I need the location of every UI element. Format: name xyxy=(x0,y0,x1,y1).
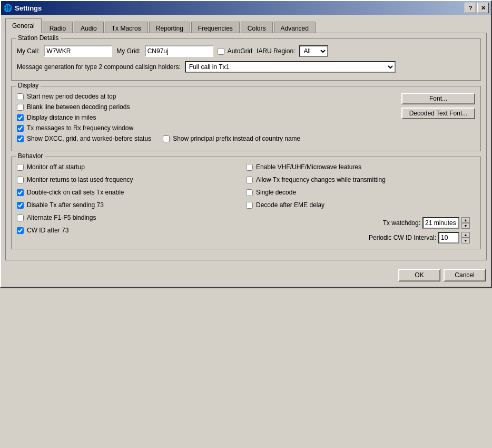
app-icon: 🌐 xyxy=(3,4,12,12)
distance-miles-checkbox[interactable] xyxy=(17,114,24,121)
periodic-cw-input[interactable] xyxy=(438,232,459,244)
single-decode-label: Single decode xyxy=(256,189,296,196)
periodic-cw-down[interactable]: ▼ xyxy=(461,238,470,244)
display-left: Start new period decodes at top Blank li… xyxy=(17,89,386,145)
behavior-grid: Monitor off at startup Monitor returns t… xyxy=(17,163,475,244)
tx-watchdog-container: Tx watchdog: ▲ ▼ xyxy=(383,217,470,229)
distance-miles-label: Display distance in miles xyxy=(27,114,96,121)
autogrid-label: AutoGrid xyxy=(228,47,252,55)
display-section: Start new period decodes at top Blank li… xyxy=(17,89,475,145)
periodic-cw-label: Periodic CW ID Interval: xyxy=(369,234,436,241)
check-new-period: Start new period decodes at top xyxy=(17,93,386,100)
double-click-label: Double-click on call sets Tx enable xyxy=(27,189,124,196)
help-button[interactable]: ? xyxy=(465,3,476,13)
check-monitor-returns: Monitor returns to last used frequency xyxy=(17,176,246,183)
my-call-label: My Call: xyxy=(17,47,40,55)
allow-tx-freq-label: Allow Tx frequency changes while transmi… xyxy=(256,176,386,183)
settings-window: 🌐 Settings ? ✕ General Radio Audio Tx Ma… xyxy=(0,0,492,288)
message-select[interactable]: Full call in Tx1 Full call in Tx2 Full c… xyxy=(185,61,396,73)
check-decode-eme: Decode after EME delay xyxy=(246,201,475,209)
monitor-off-checkbox[interactable] xyxy=(17,164,24,171)
blank-line-label: Blank line between decoding periods xyxy=(27,103,130,111)
behavior-legend: Behavior xyxy=(16,152,45,160)
new-period-checkbox[interactable] xyxy=(17,93,24,100)
disable-tx-label: Disable Tx after sending 73 xyxy=(27,201,104,209)
cw-id-checkbox[interactable] xyxy=(17,227,24,234)
enable-vhf-checkbox[interactable] xyxy=(246,164,253,171)
show-dxcc-checkbox[interactable] xyxy=(17,135,24,142)
tab-content-general: Station Details My Call: My Grid: AutoGr… xyxy=(5,33,487,260)
double-click-checkbox[interactable] xyxy=(17,189,24,196)
behavior-col-left: Monitor off at startup Monitor returns t… xyxy=(17,163,246,244)
cw-id-label: CW ID after 73 xyxy=(27,227,68,234)
call-grid-row: My Call: My Grid: AutoGrid IARU Region: … xyxy=(17,45,475,57)
decode-eme-label: Decode after EME delay xyxy=(256,201,324,209)
autogrid-checkbox-label[interactable]: AutoGrid xyxy=(218,47,252,55)
font-button[interactable]: Font... xyxy=(401,93,475,104)
check-allow-tx-freq: Allow Tx frequency changes while transmi… xyxy=(246,176,475,183)
tx-watchdog-up[interactable]: ▲ xyxy=(461,217,470,223)
my-grid-input[interactable] xyxy=(145,45,213,57)
display-right: Font... Decoded Text Font... xyxy=(391,89,475,145)
display-legend: Display xyxy=(16,82,41,89)
my-call-input[interactable] xyxy=(44,45,112,57)
bottom-bar: OK Cancel xyxy=(1,265,491,287)
station-details-legend: Station Details xyxy=(16,34,61,42)
tx-watchdog-label: Tx watchdog: xyxy=(383,219,420,227)
show-principal-checkbox[interactable] xyxy=(163,135,170,142)
check-double-click: Double-click on call sets Tx enable xyxy=(17,189,246,196)
content-area: General Radio Audio Tx Macros Reporting … xyxy=(1,15,491,265)
behavior-group: Behavior Monitor off at startup Monitor … xyxy=(11,157,481,249)
monitor-returns-checkbox[interactable] xyxy=(17,177,24,183)
monitor-off-label: Monitor off at startup xyxy=(27,163,85,171)
iaru-select[interactable]: All 1 2 3 xyxy=(299,45,328,57)
check-show-dxcc: Show DXCC, grid, and worked-before statu… xyxy=(17,135,386,142)
check-distance-miles: Display distance in miles xyxy=(17,114,386,121)
tab-general[interactable]: General xyxy=(5,18,42,33)
decode-eme-checkbox[interactable] xyxy=(246,202,253,209)
blank-line-checkbox[interactable] xyxy=(17,104,24,111)
alternate-f1f5-checkbox[interactable] xyxy=(17,215,24,221)
tab-bar: General Radio Audio Tx Macros Reporting … xyxy=(5,18,487,33)
show-principal-label: Show principal prefix instead of country… xyxy=(173,135,300,142)
window-title: Settings xyxy=(15,4,42,12)
check-alternate-f1f5: Alternate F1-F5 bindings xyxy=(17,214,246,221)
station-details-group: Station Details My Call: My Grid: AutoGr… xyxy=(11,38,481,81)
check-enable-vhf: Enable VHF/UHF/Microwave features xyxy=(246,163,475,171)
disable-tx-checkbox[interactable] xyxy=(17,202,24,209)
tx-rx-label: Tx messages to Rx frequency window xyxy=(27,124,133,132)
check-disable-tx: Disable Tx after sending 73 xyxy=(17,201,246,209)
periodic-cw-up[interactable]: ▲ xyxy=(461,232,470,238)
periodic-cw-container: Periodic CW ID Interval: ▲ ▼ xyxy=(369,232,470,244)
allow-tx-freq-checkbox[interactable] xyxy=(246,177,253,183)
ok-button[interactable]: OK xyxy=(398,269,440,281)
periodic-cw-spinners: ▲ ▼ xyxy=(461,232,470,244)
show-dxcc-label: Show DXCC, grid, and worked-before statu… xyxy=(27,135,151,142)
check-blank-line: Blank line between decoding periods xyxy=(17,103,386,111)
tx-rx-checkbox[interactable] xyxy=(17,125,24,132)
check-cw-id: CW ID after 73 xyxy=(17,227,246,234)
enable-vhf-label: Enable VHF/UHF/Microwave features xyxy=(256,163,361,171)
check-single-decode: Single decode xyxy=(246,189,475,196)
decoded-text-font-button[interactable]: Decoded Text Font... xyxy=(401,108,475,119)
tx-watchdog-input[interactable] xyxy=(422,217,459,229)
close-button[interactable]: ✕ xyxy=(477,3,489,13)
message-row: Message generation for type 2 compound c… xyxy=(17,61,475,73)
my-grid-label: My Grid: xyxy=(116,47,140,55)
titlebar: 🌐 Settings ? ✕ xyxy=(1,1,491,15)
single-decode-checkbox[interactable] xyxy=(246,189,253,196)
titlebar-left: 🌐 Settings xyxy=(3,4,42,12)
alternate-f1f5-label: Alternate F1-F5 bindings xyxy=(27,214,96,221)
titlebar-buttons: ? ✕ xyxy=(465,3,489,13)
new-period-label: Start new period decodes at top xyxy=(27,93,116,100)
message-label: Message generation for type 2 compound c… xyxy=(17,63,181,71)
check-monitor-off: Monitor off at startup xyxy=(17,163,246,171)
monitor-returns-label: Monitor returns to last used frequency xyxy=(27,176,133,183)
autogrid-checkbox[interactable] xyxy=(218,48,224,55)
cancel-button[interactable]: Cancel xyxy=(444,269,486,281)
iaru-label: IARU Region: xyxy=(257,47,295,55)
display-group: Display Start new period decodes at top … xyxy=(11,86,481,151)
tx-watchdog-down[interactable]: ▼ xyxy=(461,223,470,229)
check-tx-rx: Tx messages to Rx frequency window xyxy=(17,124,386,132)
behavior-col-right: Enable VHF/UHF/Microwave features Allow … xyxy=(246,163,475,244)
